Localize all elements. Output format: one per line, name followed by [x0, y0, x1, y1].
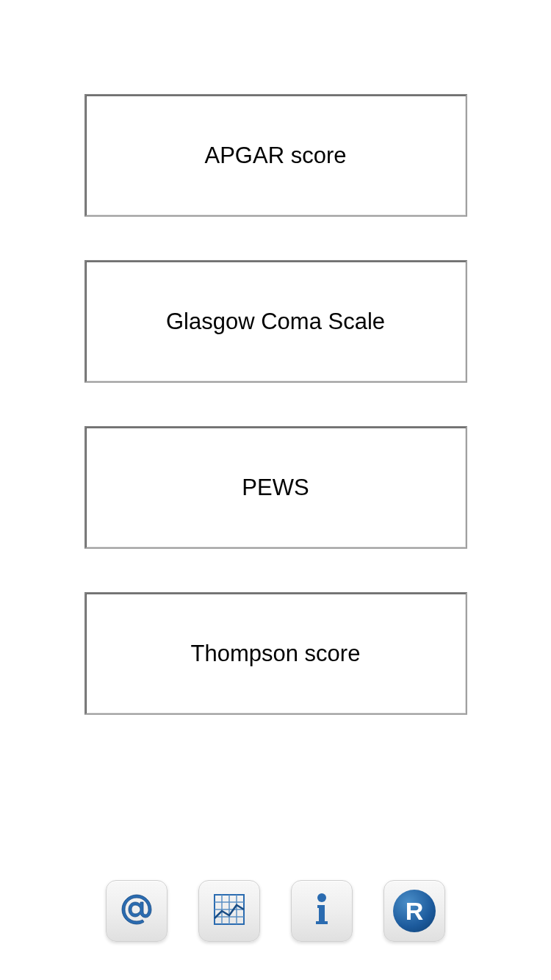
menu-item-label: Glasgow Coma Scale: [166, 309, 385, 335]
menu-item-label: APGAR score: [205, 143, 347, 169]
at-icon: [116, 889, 157, 933]
info-icon: [301, 889, 342, 933]
main-menu: APGAR score Glasgow Coma Scale PEWS Thom…: [0, 0, 551, 758]
menu-button-apgar[interactable]: APGAR score: [84, 94, 467, 217]
chart-icon: [209, 889, 250, 933]
menu-button-glasgow[interactable]: Glasgow Coma Scale: [84, 260, 467, 383]
menu-item-label: PEWS: [242, 475, 309, 501]
menu-button-thompson[interactable]: Thompson score: [84, 592, 467, 715]
bottom-toolbar: R: [0, 880, 551, 942]
toolbar-button-contact[interactable]: [106, 880, 168, 942]
menu-item-label: Thompson score: [191, 641, 361, 667]
toolbar-button-reference[interactable]: R: [383, 880, 445, 942]
menu-button-pews[interactable]: PEWS: [84, 426, 467, 549]
toolbar-button-info[interactable]: [291, 880, 353, 942]
toolbar-button-chart[interactable]: [198, 880, 260, 942]
svg-point-7: [317, 893, 326, 902]
r-icon: R: [393, 890, 436, 932]
